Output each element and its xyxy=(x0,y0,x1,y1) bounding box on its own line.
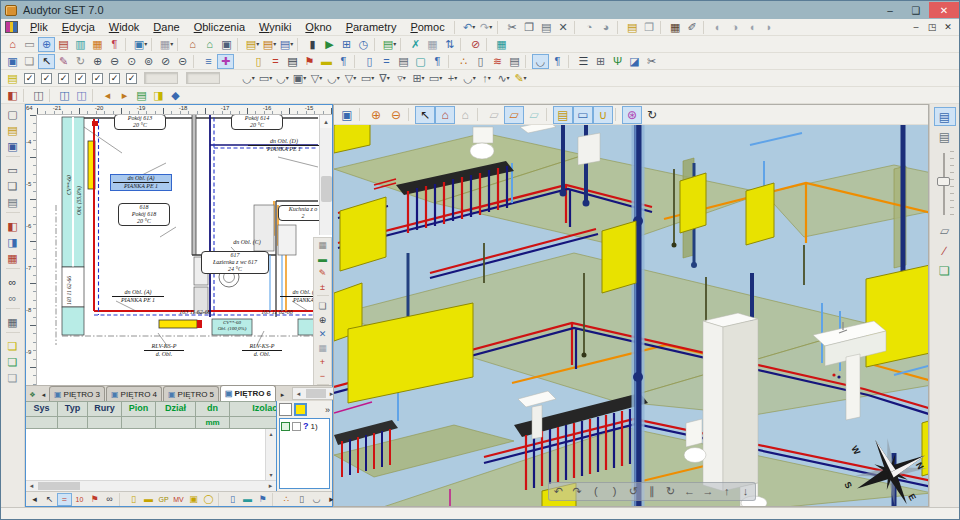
table-horizontal-scrollbar[interactable]: ◂ ▸ xyxy=(26,480,276,491)
scale-plus-icon[interactable]: + xyxy=(314,355,331,369)
saved-views-icon[interactable]: ▦ xyxy=(158,37,175,52)
menu-item[interactable]: Edycja xyxy=(55,20,102,34)
zoom-previous-icon[interactable]: ⊘ xyxy=(157,54,174,69)
scroll-left-icon[interactable]: ◂ xyxy=(26,482,37,490)
print-drawing-icon[interactable]: ▤ xyxy=(55,37,72,52)
pumps-element-icon[interactable]: ∞ xyxy=(102,493,117,506)
export-sheet-icon[interactable]: ◨ xyxy=(150,88,167,103)
underlay-icon[interactable]: ▦ xyxy=(667,20,684,35)
scroll-up-icon[interactable]: ▴ xyxy=(320,115,333,128)
column-header-dn[interactable]: dn xyxy=(196,402,230,416)
mode-building-icon[interactable]: ▤ xyxy=(934,107,956,126)
export-selection-icon[interactable]: ▤ xyxy=(4,71,21,86)
delete-icon[interactable]: ✕ xyxy=(555,20,572,35)
split-view-icon[interactable]: ⊞ xyxy=(592,54,609,69)
source-device-icon[interactable]: ▮ xyxy=(304,37,321,52)
tab-scroll-right-icon[interactable]: ▸ xyxy=(277,388,288,401)
import-dwg-icon[interactable]: ❐ xyxy=(641,20,658,35)
segment-icon[interactable]: ▭ xyxy=(427,71,444,86)
floor-level-slider[interactable] xyxy=(936,151,954,217)
sort-icon[interactable]: ⇅ xyxy=(441,37,458,52)
print-sheet-icon[interactable]: ▤ xyxy=(133,88,150,103)
zoom-in-icon[interactable]: ⊕ xyxy=(89,54,106,69)
ruler-toggle-icon[interactable]: ▬ xyxy=(314,252,331,266)
pipe-label-dn-d[interactable]: dn Obl. (D)PIANKA PE 1 xyxy=(248,138,320,153)
slab-all-icon[interactable]: ▱ xyxy=(484,106,504,124)
undo-icon[interactable]: ↶ xyxy=(461,20,478,35)
copy-sheet-icon[interactable]: ❏ xyxy=(3,354,23,370)
margin-right-icon[interactable]: ▸ xyxy=(116,88,133,103)
block-calc-icon[interactable]: ⊘ xyxy=(467,37,484,52)
door-element-icon[interactable]: ▯ xyxy=(294,493,309,506)
draw-red-icon[interactable]: ✎ xyxy=(314,266,331,280)
points-element-icon[interactable]: ∴ xyxy=(279,493,294,506)
select-3d-icon[interactable]: ↖ xyxy=(415,106,435,124)
menu-item[interactable]: Okno xyxy=(298,20,338,34)
menu-item[interactable]: Parametry xyxy=(339,20,404,34)
device-panel-icon[interactable]: ▬ xyxy=(240,493,255,506)
scroll-up-icon[interactable]: ▴ xyxy=(266,429,276,439)
menu-item[interactable]: Wyniki xyxy=(252,20,298,34)
paste-icon[interactable]: ▤ xyxy=(538,20,555,35)
redo-icon[interactable]: ↷ xyxy=(478,20,495,35)
room-label-617[interactable]: 617 Łazienka z wc 61724 °C xyxy=(201,251,269,274)
hint-other-icon[interactable]: ¶ xyxy=(549,54,566,69)
refresh-icon[interactable]: ◕ xyxy=(598,20,615,35)
sheet-icon[interactable]: ❖ xyxy=(27,388,38,401)
slab-glass-icon[interactable]: ▱ xyxy=(524,106,544,124)
home-view-icon[interactable]: ⌂ xyxy=(184,37,201,52)
layer-7-checkbox[interactable]: ✓ xyxy=(126,73,137,84)
tab-horizontal-scrollbar[interactable]: ◂ ▸ xyxy=(292,387,338,400)
riser-icon[interactable]: ↑ xyxy=(478,71,495,86)
walk-mode-icon[interactable]: ↻ xyxy=(642,106,662,124)
view-2d-icon[interactable]: ▣ xyxy=(132,37,149,52)
axis-lock-icon[interactable]: ∥ xyxy=(644,484,660,499)
save-file-icon[interactable]: ▣ xyxy=(3,138,23,154)
new-file-icon[interactable]: ▢ xyxy=(3,106,23,122)
swatch-yellow[interactable] xyxy=(294,403,307,416)
copy-3d-view-icon[interactable]: ❏ xyxy=(934,261,956,280)
fitting-cross-icon[interactable]: ▽ xyxy=(342,71,359,86)
hint-icon[interactable]: ¶ xyxy=(106,37,123,52)
hide-building-icon[interactable]: ⌂ xyxy=(455,106,475,124)
tilt-left-icon[interactable]: ( xyxy=(588,484,604,499)
fitting-elbow-icon[interactable]: ◡ xyxy=(325,71,342,86)
rotate-object-icon[interactable]: ↻ xyxy=(72,54,89,69)
rooms-water-icon[interactable]: ▯ xyxy=(361,54,378,69)
cut-icon[interactable]: ✂ xyxy=(504,20,521,35)
arc-pipe-icon[interactable]: ◡ xyxy=(461,71,478,86)
pipe-label-dn-a2[interactable]: dn Obl. (A)PIANKA PE 1 xyxy=(112,289,164,304)
diagnostics-icon[interactable]: ✗ xyxy=(407,37,424,52)
rotate-right-icon[interactable]: ◗ xyxy=(761,20,778,35)
mirror-vertical-icon[interactable]: ◐ xyxy=(710,20,727,35)
slab-current-icon[interactable]: ▱ xyxy=(504,106,524,124)
table-body[interactable]: ▴ ▾ xyxy=(26,429,276,480)
screen-view-icon[interactable]: ▣ xyxy=(4,54,21,69)
copy-all-icon[interactable]: ❏ xyxy=(3,370,23,386)
open-file-icon[interactable]: ▤ xyxy=(3,122,23,138)
valve-return-icon[interactable]: ◡ xyxy=(274,71,291,86)
valve-angle-icon[interactable]: ◡ xyxy=(240,71,257,86)
minimize-button[interactable]: – xyxy=(877,2,903,18)
print-icon[interactable]: ▤ xyxy=(3,194,23,210)
column-header-sys[interactable]: Sys xyxy=(26,402,58,416)
scroll-thumb[interactable] xyxy=(38,482,80,490)
radiator-door-icon[interactable]: ▯ xyxy=(126,493,141,506)
pan-right-icon[interactable]: → xyxy=(700,484,716,499)
zoom3d-in-icon[interactable]: ⊕ xyxy=(366,106,386,124)
menu-item[interactable]: Obliczenia xyxy=(187,20,252,34)
menu-item[interactable]: Dane xyxy=(146,20,186,34)
sheet-b-icon[interactable]: ◫ xyxy=(73,88,90,103)
layer-2-checkbox[interactable]: ✓ xyxy=(41,73,52,84)
flags-icon[interactable]: ⚑ xyxy=(301,54,318,69)
maximize-button[interactable]: ❑ xyxy=(903,2,929,18)
page-setup-icon[interactable]: ◧ xyxy=(4,88,21,103)
radiator-gp-icon[interactable]: GP xyxy=(156,493,171,506)
scroll-down-icon[interactable]: ▾ xyxy=(266,470,276,480)
show-radiators-icon[interactable]: ▤ xyxy=(553,106,573,124)
auto-draw-icon[interactable]: ◪ xyxy=(626,54,643,69)
radiator-mv-icon[interactable]: MV xyxy=(171,493,186,506)
branch-icon[interactable]: ▿ xyxy=(393,71,410,86)
fitting-tee-icon[interactable]: ▽ xyxy=(308,71,325,86)
scroll-left-icon[interactable]: ◂ xyxy=(293,390,304,398)
